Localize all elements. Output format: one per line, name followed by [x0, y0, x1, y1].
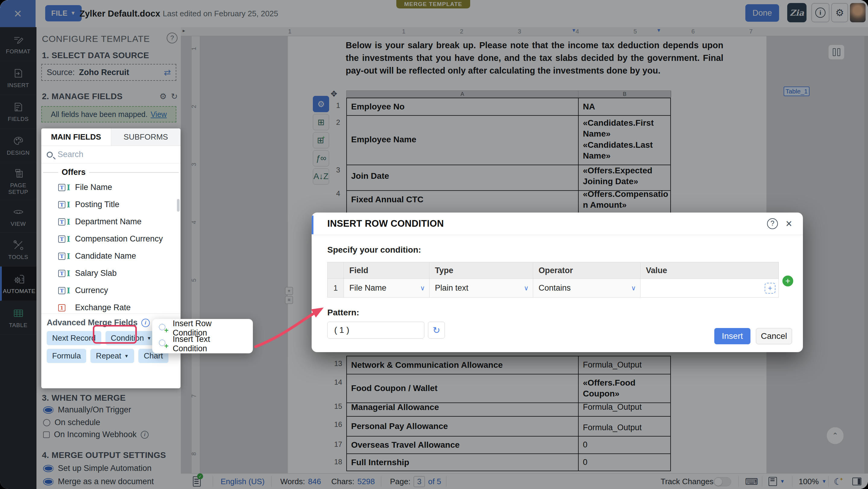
field-item[interactable]: TICurrency: [41, 282, 181, 299]
proofing-icon[interactable]: [193, 476, 201, 487]
field-item[interactable]: TIFile Name: [41, 179, 181, 196]
formula-button[interactable]: Formula: [47, 349, 86, 363]
radio-selected-icon[interactable]: [43, 478, 54, 485]
cell-label[interactable]: Overseas Travel Allowance: [346, 436, 578, 454]
checkbox-icon[interactable]: [43, 431, 50, 438]
info-icon[interactable]: i: [141, 319, 150, 327]
page-view-button[interactable]: ▼: [769, 473, 785, 489]
cell-value[interactable]: «Offers.Compensatio n Amount»: [578, 186, 671, 214]
cell-value[interactable]: Formula_Output: [578, 399, 671, 417]
user-avatar[interactable]: [850, 3, 866, 22]
field-select[interactable]: File Name∨: [344, 279, 430, 297]
rail-item-automate[interactable]: AUTOMATE: [0, 267, 36, 301]
table-grid-button[interactable]: ⊞: [313, 114, 329, 130]
fields-refresh-icon[interactable]: ↻: [171, 92, 178, 101]
radio-icon[interactable]: [43, 419, 50, 426]
add-row-mini-icon[interactable]: +: [285, 287, 293, 295]
add-condition-button[interactable]: +: [782, 276, 793, 286]
rail-item-tools[interactable]: TOOLS: [0, 233, 36, 267]
insert-button[interactable]: Insert: [714, 328, 750, 344]
table-settings-button[interactable]: ⚙: [313, 96, 329, 112]
table-row[interactable]: 14 Food Coupon / Wallet «Offers.Food Cou…: [330, 374, 671, 399]
radio-selected-icon[interactable]: [43, 406, 54, 414]
field-item[interactable]: 1Exchange Rate: [41, 299, 181, 313]
table-name-badge[interactable]: Table_1: [784, 87, 809, 96]
option-simple-automation[interactable]: Set up Simple Automation: [43, 464, 152, 473]
table-row[interactable]: 13 Network & Communication Allowance For…: [330, 356, 671, 374]
type-select[interactable]: Plain text∨: [430, 279, 533, 297]
page-indicator[interactable]: Page: 3 of 5: [390, 473, 441, 489]
field-item[interactable]: TIPosting Title: [41, 196, 181, 213]
view-link[interactable]: View: [151, 110, 167, 119]
close-template-button[interactable]: ×: [0, 0, 36, 27]
option-merge-new-document[interactable]: Merge as a new document: [43, 477, 154, 486]
pattern-input[interactable]: [327, 322, 424, 339]
cell-value[interactable]: 0: [578, 436, 671, 454]
menu-item-insert-row-condition[interactable]: + Insert Row Condition: [152, 321, 253, 336]
rail-item-page-setup[interactable]: PAGE SETUP: [0, 162, 36, 200]
list-scrollbar[interactable]: [177, 199, 180, 212]
table-move-handle-icon[interactable]: ✥: [331, 89, 337, 99]
fields-settings-icon[interactable]: ⚙: [159, 92, 167, 101]
table-row[interactable]: 17 Overseas Travel Allowance 0: [330, 436, 671, 454]
menu-item-insert-text-condition[interactable]: + Insert Text Condition: [152, 337, 253, 351]
page-layout-icon[interactable]: [828, 44, 844, 60]
word-count[interactable]: Words:846 Chars:5298: [280, 473, 375, 489]
rail-item-insert[interactable]: INSERT: [0, 61, 36, 95]
modal-close-icon[interactable]: ×: [786, 218, 792, 229]
indent-marker[interactable]: ▼: [571, 28, 576, 33]
option-manually-on-trigger[interactable]: Manually/On Trigger: [43, 405, 131, 415]
field-item[interactable]: TIDepartment Name: [41, 213, 181, 230]
pattern-reset-button[interactable]: ↻: [428, 322, 445, 339]
rail-item-format[interactable]: FORMAT: [0, 27, 36, 61]
table-sort-button[interactable]: A↓Z: [313, 168, 329, 184]
condition-button[interactable]: Condition▼: [105, 331, 157, 345]
radio-selected-icon[interactable]: [43, 465, 54, 472]
field-item[interactable]: TISalary Slab: [41, 265, 181, 282]
file-menu-button[interactable]: FILE▼: [45, 5, 82, 22]
vertical-ruler[interactable]: 1 2 3 4 5 6 7 8: [192, 36, 200, 473]
table-formula-button[interactable]: ƒ∞: [313, 150, 329, 166]
value-input[interactable]: +: [641, 279, 778, 297]
tab-main-fields[interactable]: MAIN FIELDS: [41, 128, 111, 146]
rail-item-design[interactable]: DESIGN: [0, 128, 36, 162]
scroll-up-button[interactable]: ⌃: [827, 427, 844, 445]
rail-item-view[interactable]: VIEW: [0, 200, 36, 233]
cell-label[interactable]: Network & Communication Allowance: [346, 356, 578, 374]
zoom-control[interactable]: 100%▼: [799, 473, 827, 489]
margin-marker[interactable]: ▼: [656, 28, 661, 33]
repeat-button[interactable]: Repeat▼: [90, 349, 134, 363]
cell-value[interactable]: Formula_Output: [578, 356, 671, 374]
rail-item-table[interactable]: TABLE: [0, 301, 36, 335]
help-icon[interactable]: ?: [167, 33, 178, 43]
table-row[interactable]: 2 Employee Name «Candidates.First Name» …: [330, 115, 671, 162]
cell-label[interactable]: Managerial Allowance: [346, 399, 578, 417]
settings-button[interactable]: ⚙: [831, 3, 848, 22]
row-options-mini-icon[interactable]: ≡: [285, 296, 293, 304]
tab-subforms[interactable]: SUBFORMS: [111, 128, 181, 146]
horizontal-ruler[interactable]: ▸ 1 1 2 3 4 5 6 7 ▼ ▼: [181, 27, 868, 36]
info-button[interactable]: i: [811, 3, 830, 22]
document-paragraph[interactable]: Below is your salary break up. Please no…: [346, 39, 723, 77]
zia-button[interactable]: Zia: [787, 3, 807, 22]
cell-label[interactable]: Fixed Annual CTC: [346, 186, 578, 214]
table-row[interactable]: 4 Fixed Annual CTC «Offers.Compensatio n…: [330, 186, 671, 212]
panel-layout-icon[interactable]: [852, 473, 861, 489]
change-source-icon[interactable]: ⇄: [164, 67, 171, 78]
cell-value[interactable]: 0: [578, 454, 671, 471]
data-source-box[interactable]: Source: Zoho Recruit ⇄: [41, 64, 176, 81]
field-item[interactable]: TICompensation Currency: [41, 230, 181, 247]
keyboard-icon[interactable]: ⌨: [745, 473, 758, 489]
cell-label[interactable]: Full Internship: [346, 454, 578, 471]
cell-label[interactable]: Personal Pay Allowance: [346, 417, 578, 436]
table-row[interactable]: 18 Full Internship 0: [330, 454, 671, 471]
field-item[interactable]: TICandidate Name: [41, 247, 181, 265]
option-on-schedule[interactable]: On schedule: [43, 418, 100, 427]
track-changes-toggle[interactable]: [714, 477, 731, 486]
option-incoming-webhook[interactable]: On Incoming Webhooki: [43, 430, 149, 439]
table-row[interactable]: 16 Personal Pay Allowance Formula_Output: [330, 417, 671, 436]
search-input[interactable]: [57, 150, 165, 159]
cell-label[interactable]: Employee Name: [346, 115, 578, 165]
page-number-box[interactable]: 3: [413, 476, 425, 487]
modal-help-icon[interactable]: ?: [767, 218, 778, 229]
